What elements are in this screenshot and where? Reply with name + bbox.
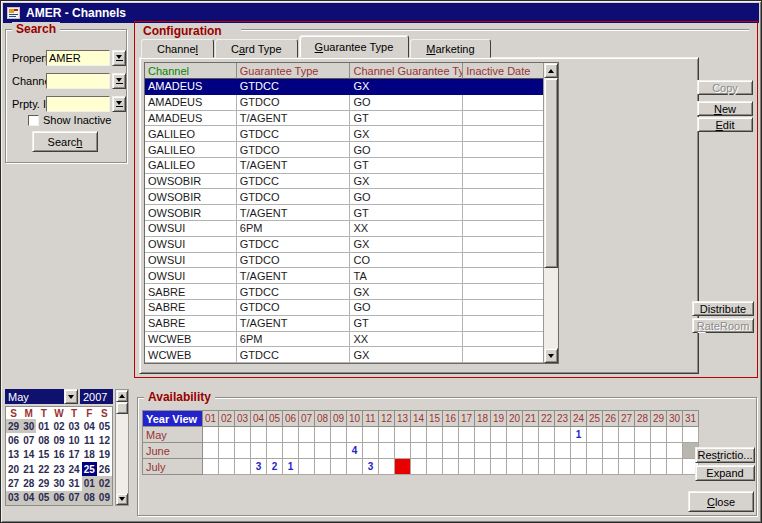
calendar-scrollbar-track[interactable] — [116, 414, 128, 493]
property-id-lov-button[interactable] — [112, 96, 126, 112]
table-row[interactable]: GALILEOGTDCOGO — [145, 142, 543, 158]
availability-cell[interactable] — [347, 427, 363, 443]
calendar-day[interactable]: 08 — [82, 491, 97, 505]
calendar-day[interactable]: 01 — [82, 476, 97, 490]
calendar-day[interactable]: 03 — [67, 419, 82, 433]
availability-cell[interactable] — [315, 443, 331, 459]
table-cell[interactable] — [463, 189, 543, 205]
calendar-day[interactable]: 02 — [51, 419, 66, 433]
tab-guarantee-type[interactable]: Guarantee Type — [299, 35, 410, 58]
calendar-day[interactable]: 01 — [36, 419, 51, 433]
table-cell[interactable]: GTDCC — [237, 174, 351, 190]
calendar-day[interactable]: 24 — [67, 462, 82, 476]
table-cell[interactable]: GX — [350, 79, 463, 95]
availability-cell[interactable] — [411, 443, 427, 459]
table-cell[interactable]: GTDCO — [237, 95, 351, 111]
availability-cell[interactable] — [539, 459, 555, 475]
availability-cell[interactable] — [539, 443, 555, 459]
table-cell[interactable]: GO — [350, 142, 463, 158]
availability-cell[interactable] — [395, 443, 411, 459]
table-cell[interactable]: 6PM — [237, 221, 351, 237]
table-cell[interactable] — [463, 284, 543, 300]
availability-cell[interactable] — [283, 427, 299, 443]
availability-cell[interactable] — [651, 459, 667, 475]
table-cell[interactable]: GO — [350, 95, 463, 111]
scroll-up-button[interactable] — [544, 63, 558, 78]
distribute-button[interactable]: Distribute — [692, 301, 754, 316]
table-row[interactable]: GALILEOT/AGENTGT — [145, 158, 543, 174]
table-row[interactable]: GALILEOGTDCCGX — [145, 126, 543, 142]
copy-button[interactable]: Copy — [697, 80, 753, 95]
table-cell[interactable]: TA — [350, 268, 463, 284]
table-row[interactable]: OWSOBIRGTDCOGO — [145, 189, 543, 205]
availability-cell[interactable] — [203, 459, 219, 475]
availability-cell[interactable]: 3 — [363, 459, 379, 475]
availability-cell[interactable] — [347, 459, 363, 475]
availability-cell[interactable] — [651, 443, 667, 459]
availability-cell[interactable] — [555, 427, 571, 443]
availability-cell[interactable] — [443, 443, 459, 459]
availability-cell[interactable] — [571, 443, 587, 459]
table-row[interactable]: OWSOBIRT/AGENTGT — [145, 205, 543, 221]
availability-cell[interactable] — [635, 427, 651, 443]
calendar-day[interactable]: 06 — [51, 491, 66, 505]
calendar-day[interactable]: 16 — [51, 448, 66, 462]
table-row[interactable]: OWSUI6PMXX — [145, 221, 543, 237]
availability-cell[interactable] — [379, 443, 395, 459]
table-row[interactable]: OWSUIT/AGENTTA — [145, 268, 543, 284]
table-cell[interactable]: GT — [350, 158, 463, 174]
edit-button[interactable]: Edit — [697, 117, 753, 132]
table-cell[interactable]: T/AGENT — [237, 158, 351, 174]
table-cell[interactable]: GTDCC — [237, 284, 351, 300]
availability-cell[interactable] — [267, 443, 283, 459]
table-cell[interactable]: GT — [350, 111, 463, 127]
table-cell[interactable]: OWSUI — [145, 268, 237, 284]
table-cell[interactable] — [463, 95, 543, 111]
table-cell[interactable]: OWSUI — [145, 221, 237, 237]
availability-cell[interactable] — [603, 427, 619, 443]
new-button[interactable]: New — [697, 101, 753, 116]
availability-cell[interactable] — [251, 427, 267, 443]
table-cell[interactable] — [463, 174, 543, 190]
calendar-day[interactable]: 13 — [6, 448, 21, 462]
table-cell[interactable]: GT — [350, 205, 463, 221]
availability-cell[interactable] — [235, 443, 251, 459]
show-inactive-checkbox-row[interactable]: Show Inactive — [28, 114, 111, 126]
availability-cell[interactable] — [443, 427, 459, 443]
table-cell[interactable] — [463, 268, 543, 284]
table-cell[interactable] — [463, 300, 543, 316]
table-scrollbar[interactable] — [543, 63, 558, 363]
calendar-day[interactable]: 29 — [36, 476, 51, 490]
availability-cell[interactable] — [587, 459, 603, 475]
availability-cell[interactable] — [219, 443, 235, 459]
availability-cell[interactable] — [203, 427, 219, 443]
calendar-day[interactable]: 11 — [82, 433, 97, 447]
availability-cell[interactable] — [219, 427, 235, 443]
calendar-day[interactable]: 27 — [6, 476, 21, 490]
availability-cell[interactable] — [491, 443, 507, 459]
scroll-down-button[interactable] — [544, 348, 558, 363]
table-cell[interactable]: SABRE — [145, 284, 237, 300]
calendar-day[interactable]: 07 — [67, 491, 82, 505]
availability-cell[interactable] — [667, 443, 683, 459]
table-cell[interactable]: GTDCC — [237, 237, 351, 253]
tab-channel[interactable]: Channel — [141, 39, 214, 58]
table-cell[interactable] — [463, 158, 543, 174]
table-cell[interactable]: WCWEB — [145, 332, 237, 348]
calendar-month-dropdown-button[interactable] — [64, 389, 78, 404]
table-cell[interactable]: XX — [350, 332, 463, 348]
calendar-day[interactable]: 17 — [67, 448, 82, 462]
availability-cell[interactable] — [619, 459, 635, 475]
table-row[interactable]: WCWEBGTDCCGX — [145, 347, 543, 363]
calendar-day[interactable]: 08 — [36, 433, 51, 447]
availability-cell[interactable] — [603, 443, 619, 459]
calendar-scrollbar-thumb[interactable] — [116, 402, 128, 414]
scrollbar-track[interactable] — [544, 268, 558, 348]
availability-cell[interactable] — [555, 459, 571, 475]
calendar-day[interactable]: 10 — [67, 433, 82, 447]
availability-cell[interactable] — [507, 459, 523, 475]
table-cell[interactable]: SABRE — [145, 300, 237, 316]
calendar-scrollbar[interactable] — [115, 389, 129, 506]
availability-cell[interactable] — [459, 427, 475, 443]
table-row[interactable]: OWSUIGTDCCGX — [145, 237, 543, 253]
